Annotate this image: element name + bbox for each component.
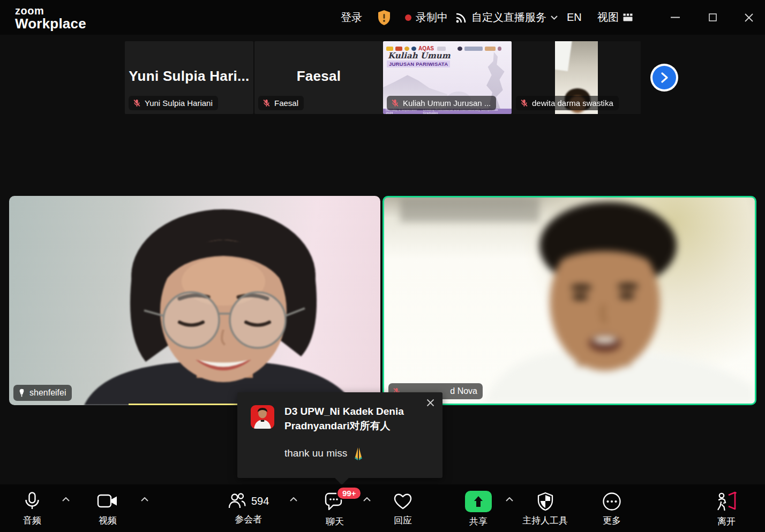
leave-meeting-icon bbox=[715, 491, 738, 512]
login-button[interactable]: 登录 bbox=[341, 0, 362, 35]
view-menu[interactable]: 视图 bbox=[597, 0, 633, 35]
folded-hands-emoji bbox=[351, 446, 365, 460]
title-bar: zoom Workplace 登录 录制中 自定义直播服务 EN 视图 bbox=[0, 0, 765, 35]
minimize-icon bbox=[671, 17, 680, 18]
chat-sender: D3 UPW_Ni Kadek Denia Pradnyandari对所有人 bbox=[284, 404, 425, 433]
video-button[interactable]: 视频 bbox=[97, 492, 118, 527]
participants-icon bbox=[228, 492, 246, 510]
record-dot-icon bbox=[405, 14, 411, 21]
pin-icon bbox=[18, 389, 26, 397]
participant-thumbnail[interactable]: Yuni Sulpia Hari... Yuni Sulpia Hariani bbox=[125, 41, 253, 114]
participant-name-label: dewita darma swastika bbox=[516, 96, 619, 110]
broadcast-icon bbox=[455, 12, 467, 24]
participant-name-label: Yuni Sulpia Hariani bbox=[129, 96, 218, 110]
microphone-icon bbox=[23, 492, 41, 511]
pinned-participant-label: shenfeifei bbox=[13, 385, 72, 401]
recording-indicator: 录制中 bbox=[405, 0, 448, 35]
audio-options-chevron[interactable] bbox=[62, 497, 70, 501]
leave-button[interactable]: 离开 bbox=[715, 491, 738, 528]
close-icon bbox=[426, 399, 434, 407]
audio-button[interactable]: 音频 bbox=[23, 492, 41, 527]
paper-sheet bbox=[555, 41, 572, 71]
reactions-button[interactable]: 回应 bbox=[393, 492, 413, 527]
sender-avatar bbox=[251, 405, 274, 429]
maximize-button[interactable] bbox=[696, 0, 729, 35]
muted-mic-icon bbox=[391, 99, 399, 107]
shield-icon bbox=[537, 492, 554, 511]
gallery-view-icon bbox=[623, 13, 633, 21]
chat-notification-popup[interactable]: D3 UPW_Ni Kadek Denia Pradnyandari对所有人 t… bbox=[237, 392, 442, 478]
participant-name-label: Kuliah Umum Jurusan ... bbox=[387, 96, 496, 110]
share-button[interactable]: 共享 bbox=[465, 491, 492, 528]
main-video-tile-left[interactable]: shenfeifei bbox=[9, 196, 380, 405]
share-options-chevron[interactable] bbox=[506, 497, 513, 501]
host-tools-button[interactable]: 主持人工具 bbox=[522, 492, 568, 527]
close-popup-button[interactable] bbox=[423, 396, 437, 409]
participants-button[interactable]: 594 参会者 bbox=[228, 492, 269, 526]
participants-count: 594 bbox=[251, 495, 269, 507]
live-stream-service-menu[interactable]: 自定义直播服务 bbox=[455, 0, 558, 35]
muted-mic-icon bbox=[133, 99, 141, 107]
muted-mic-icon bbox=[262, 99, 271, 107]
minimize-button[interactable] bbox=[659, 0, 691, 35]
chat-options-chevron[interactable] bbox=[363, 497, 371, 501]
close-icon bbox=[745, 13, 753, 22]
close-window-button[interactable] bbox=[733, 0, 765, 35]
chat-unread-badge: 99+ bbox=[336, 487, 362, 500]
workplace-logo: Workplace bbox=[15, 16, 86, 32]
heart-icon bbox=[393, 492, 413, 511]
chevron-down-icon bbox=[551, 16, 558, 20]
person-video-left bbox=[9, 196, 380, 405]
participants-options-chevron[interactable] bbox=[290, 497, 297, 501]
participant-display-name: Yuni Sulpia Hari... bbox=[125, 68, 253, 85]
more-button[interactable]: 更多 bbox=[602, 492, 621, 527]
participant-display-name: Faesal bbox=[254, 68, 383, 85]
next-participants-button[interactable] bbox=[652, 66, 676, 89]
participant-video-thumbnail[interactable]: dewita darma swastika bbox=[512, 41, 641, 114]
shared-poster-thumbnail[interactable]: AQAS Kuliah Umum JURUSAN PARIWISATA Mond… bbox=[383, 41, 512, 114]
camera-icon bbox=[97, 492, 118, 511]
video-options-chevron[interactable] bbox=[141, 497, 148, 501]
meeting-toolbar: 音频 视频 594 参会者 bbox=[0, 484, 765, 532]
main-video-tile-right[interactable]: d Nova bbox=[382, 196, 756, 405]
ellipsis-icon bbox=[602, 492, 621, 511]
chat-button[interactable]: 99+ 聊天 bbox=[324, 492, 346, 528]
security-warning-icon[interactable] bbox=[377, 0, 391, 35]
share-screen-icon bbox=[465, 491, 492, 512]
participant-thumbnail[interactable]: Faesal Faesal bbox=[254, 41, 383, 114]
participant-name-label: Faesal bbox=[258, 96, 304, 110]
chevron-right-icon bbox=[660, 72, 669, 83]
muted-mic-icon bbox=[520, 99, 528, 107]
language-switcher[interactable]: EN bbox=[567, 0, 582, 35]
maximize-icon bbox=[709, 13, 717, 21]
chat-message: thank uu miss bbox=[284, 446, 365, 460]
person-video-right bbox=[384, 197, 755, 404]
